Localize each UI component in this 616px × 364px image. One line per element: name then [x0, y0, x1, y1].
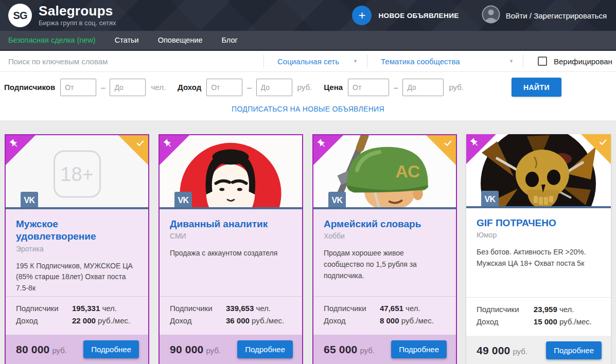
rub-unit: руб. [297, 83, 312, 92]
brand-tagline: Биржа групп в соц. сетях [39, 19, 116, 27]
keyword-search-input[interactable] [0, 51, 263, 71]
subscribe-new-listings-link[interactable]: ПОДПИСАТЬСЯ НА НОВЫЕ ОБЪЯВЛЕНИЯ [232, 105, 384, 113]
pin-icon [315, 137, 329, 151]
find-button[interactable]: НАЙТИ [512, 78, 561, 97]
listing-card: VK GIF ПОТРАЧЕНО Юмор Без ботов. Активно… [466, 134, 611, 364]
price-filter-label: Цена [324, 83, 343, 92]
details-button[interactable]: Подробнее [546, 341, 602, 359]
main-nav: Безопасная сделка (new) Статьи Оповещени… [0, 31, 616, 51]
pin-icon [7, 137, 21, 151]
listing-price: 49 000руб. [477, 344, 527, 357]
listing-image[interactable]: VK [466, 134, 611, 208]
income-value: 22 000 руб./мес. [72, 316, 130, 325]
svg-text:АС: АС [396, 162, 420, 181]
listing-description: 195 К Подписчиков, МУЖСКОЕ ЦА (85% старш… [16, 261, 138, 294]
filter-panel: Социальная сеть ▼ Тематика сообщества ▼ … [0, 51, 616, 120]
details-button[interactable]: Подробнее [237, 340, 293, 358]
18plus-placeholder-icon: 18+ [54, 151, 101, 198]
nav-item-articles[interactable]: Статьи [115, 36, 139, 44]
vk-icon: VK [481, 191, 499, 208]
listing-price: 65 000руб. [324, 343, 375, 356]
listing-category: Эротика [16, 245, 138, 253]
login-link[interactable]: Войти / Зарегистрироваться [482, 5, 607, 26]
vk-icon: VK [174, 192, 192, 209]
verified-filter: Верифицирован [523, 57, 616, 66]
new-listing-label: НОВОЕ ОБЪЯВЛЕНИЕ [378, 12, 459, 20]
income-from-input[interactable] [206, 79, 242, 96]
income-to-input[interactable] [256, 79, 292, 96]
app-header: SG Salegroups Биржа групп в соц. сетях +… [0, 0, 616, 31]
verified-label: Верифицирован [554, 57, 612, 66]
vk-icon: VK [21, 192, 38, 209]
social-network-select[interactable]: Социальная сеть ▼ [264, 51, 367, 71]
listing-title[interactable]: Мужское удовлетворение [16, 218, 138, 243]
plus-icon: + [352, 6, 372, 25]
pinned-ribbon [6, 135, 36, 165]
subscribers-value: 195,331 чел. [72, 304, 117, 313]
listing-description: Без ботов. Активность ER >20%. Мужская Ц… [477, 247, 601, 269]
subscribers-value: 339,653 чел. [226, 304, 271, 313]
new-listing-button[interactable]: + НОВОЕ ОБЪЯВЛЕНИЕ [352, 6, 459, 25]
listing-stats: Подписчики 23,959 чел. Доход 15 000 руб.… [466, 297, 611, 336]
check-icon [444, 139, 452, 148]
listing-title[interactable]: Армейский словарь [324, 218, 446, 230]
listing-card: АС VK Армейский словарь Хобби Продам хо [312, 134, 457, 364]
listing-card: VK Диванный аналитик СМИ Продажа с аккау… [159, 134, 303, 364]
subscribers-to-input[interactable] [110, 79, 146, 96]
verified-ribbon [118, 135, 148, 165]
rub-unit: руб. [449, 83, 464, 92]
chevron-down-icon: ▼ [509, 59, 514, 64]
check-icon [599, 138, 607, 147]
sg-logo-icon: SG [8, 4, 32, 27]
listings-grid: 18+ VK Мужское удовлетворение Эротика 19… [0, 120, 616, 364]
income-value: 15 000 руб./мес. [534, 317, 592, 326]
pin-icon [468, 136, 482, 150]
login-label: Войти / Зарегистрироваться [506, 11, 607, 20]
people-unit: чел. [151, 83, 166, 92]
listing-card: 18+ VK Мужское удовлетворение Эротика 19… [5, 134, 149, 364]
subscribers-filter-label: Подписчиков [4, 83, 55, 92]
listing-category: Хобби [324, 232, 446, 240]
search-row: Социальная сеть ▼ Тематика сообщества ▼ … [0, 51, 616, 72]
listing-category: Юмор [477, 231, 601, 239]
listing-stats: Подписчики 47,651 чел. Доход 8 000 руб./… [313, 296, 456, 335]
subscribers-value: 47,651 чел. [380, 304, 420, 313]
income-value: 8 000 руб./мес. [380, 316, 434, 325]
price-from-input[interactable] [348, 79, 389, 96]
subscribe-row: ПОДПИСАТЬСЯ НА НОВЫЕ ОБЪЯВЛЕНИЯ [0, 102, 616, 120]
listing-description: Продажа с аккаунтом создателя [170, 248, 292, 259]
listing-stats: Подписчики 195,331 чел. Доход 22 000 руб… [6, 296, 148, 335]
listing-title[interactable]: GIF ПОТРАЧЕНО [477, 217, 601, 229]
nav-item-safe-deal[interactable]: Безопасная сделка (new) [8, 36, 96, 44]
details-button[interactable]: Подробнее [391, 340, 447, 358]
range-filters-row: Подписчиков – чел. Доход – руб. Цена – р… [0, 72, 616, 102]
vk-icon: VK [328, 192, 346, 209]
subscribers-from-input[interactable] [60, 79, 96, 96]
listing-stats: Подписчики 339,653 чел. Доход 36 000 руб… [160, 296, 302, 335]
nav-item-blog[interactable]: Блог [222, 36, 238, 44]
chevron-down-icon: ▼ [353, 59, 358, 64]
avatar-icon [482, 5, 500, 26]
listing-category: СМИ [170, 232, 292, 240]
nav-item-notifications[interactable]: Оповещение [158, 36, 203, 44]
check-icon [136, 139, 145, 148]
listing-description: Продам хорошее живое сообщество по 1,5 р… [324, 248, 446, 281]
community-theme-select[interactable]: Тематика сообщества ▼ [367, 51, 523, 71]
listing-image[interactable]: VK [160, 135, 302, 209]
salegroups-page: SG Salegroups Биржа групп в соц. сетях +… [0, 0, 616, 364]
listing-image[interactable]: АС VK [313, 135, 456, 209]
listing-price: 90 000руб. [170, 343, 221, 356]
income-filter-label: Доход [178, 83, 201, 92]
header-actions: + НОВОЕ ОБЪЯВЛЕНИЕ Войти / Зарегистриров… [352, 5, 607, 26]
verified-checkbox[interactable] [538, 57, 547, 66]
brand-name: Salegroups [39, 4, 116, 18]
listing-title[interactable]: Диванный аналитик [170, 218, 292, 230]
pin-icon [161, 137, 175, 151]
price-to-input[interactable] [402, 79, 444, 96]
listing-image[interactable]: 18+ VK [6, 135, 148, 209]
subscribers-value: 23,959 чел. [534, 305, 574, 314]
listing-price: 80 000руб. [16, 343, 67, 356]
details-button[interactable]: Подробнее [83, 340, 139, 358]
income-value: 36 000 руб./мес. [226, 316, 284, 325]
brand-logo-link[interactable]: SG Salegroups Биржа групп в соц. сетях [8, 4, 116, 27]
